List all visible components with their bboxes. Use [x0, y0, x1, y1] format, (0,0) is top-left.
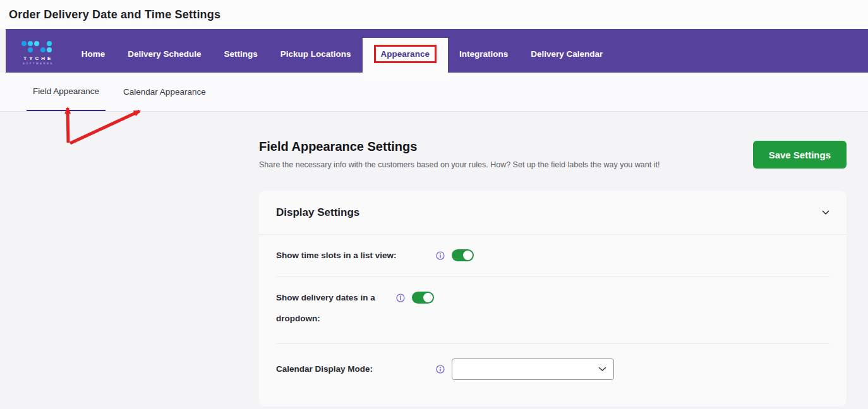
setting-controls: [436, 249, 474, 261]
setting-controls: [436, 359, 614, 380]
tyche-logo: TYCHE SOFTWARES: [21, 41, 54, 65]
nav-item-integrations[interactable]: Integrations: [448, 42, 519, 67]
subtab-field-appearance[interactable]: Field Appearance: [27, 73, 105, 111]
toggle-knob: [423, 293, 433, 302]
nav-item-appearance[interactable]: Appearance: [363, 42, 448, 67]
heading-block: Field Appearance Settings Share the nece…: [259, 139, 660, 169]
setting-row-time-slots-list-view: Show time slots in a list view:: [276, 235, 829, 277]
display-settings-card: Display Settings Show time slots in a li…: [259, 191, 847, 406]
appearance-subtabs: Field Appearance Calendar Appearance: [0, 73, 868, 112]
logo-sub-text: SOFTWARES: [21, 62, 54, 65]
setting-controls: [396, 292, 434, 304]
chevron-down-icon: [598, 367, 606, 372]
section-subheading: Share the necessary info with the custom…: [259, 160, 660, 169]
setting-label: Show delivery dates in a dropdown:: [276, 287, 396, 329]
chevron-down-icon[interactable]: [822, 210, 829, 215]
logo-brand-text: TYCHE: [21, 56, 53, 61]
setting-row-calendar-display-mode: Calendar Display Mode:: [276, 344, 829, 406]
nav-item-settings[interactable]: Settings: [213, 42, 269, 67]
calendar-display-mode-select[interactable]: [452, 359, 614, 380]
nav-item-delivery-schedule[interactable]: Delivery Schedule: [116, 42, 212, 67]
nav-item-pickup-locations[interactable]: Pickup Locations: [269, 42, 363, 67]
plugin-nav: TYCHE SOFTWARES Home Delivery Schedule S…: [6, 29, 868, 73]
toggle-knob: [463, 251, 473, 260]
info-icon[interactable]: [436, 365, 445, 374]
toggle-time-slots-list-view[interactable]: [452, 249, 474, 261]
page-title-bar: Order Delivery Date and Time Settings: [0, 0, 868, 29]
subtab-calendar-appearance[interactable]: Calendar Appearance: [123, 73, 206, 111]
card-title: Display Settings: [276, 206, 359, 219]
nav-item-delivery-calendar[interactable]: Delivery Calendar: [519, 42, 614, 67]
main-content: Field Appearance Settings Share the nece…: [0, 112, 868, 406]
nav-items: Home Delivery Schedule Settings Pickup L…: [70, 42, 615, 67]
setting-label: Show time slots in a list view:: [276, 249, 436, 262]
page-title: Order Delivery Date and Time Settings: [9, 8, 220, 21]
tyche-logo-dots-icon: [21, 41, 52, 53]
toggle-delivery-dates-dropdown[interactable]: [412, 292, 434, 304]
red-annotation-box: Appearance: [374, 45, 437, 63]
save-settings-button[interactable]: Save Settings: [753, 141, 847, 169]
info-icon[interactable]: [396, 293, 405, 302]
setting-label: Calendar Display Mode:: [276, 363, 436, 376]
info-icon[interactable]: [436, 251, 445, 260]
setting-row-delivery-dates-dropdown: Show delivery dates in a dropdown:: [276, 277, 829, 344]
content-header: Field Appearance Settings Share the nece…: [259, 139, 847, 169]
section-heading: Field Appearance Settings: [259, 139, 660, 154]
display-settings-header[interactable]: Display Settings: [259, 191, 847, 235]
nav-item-home[interactable]: Home: [70, 42, 117, 67]
